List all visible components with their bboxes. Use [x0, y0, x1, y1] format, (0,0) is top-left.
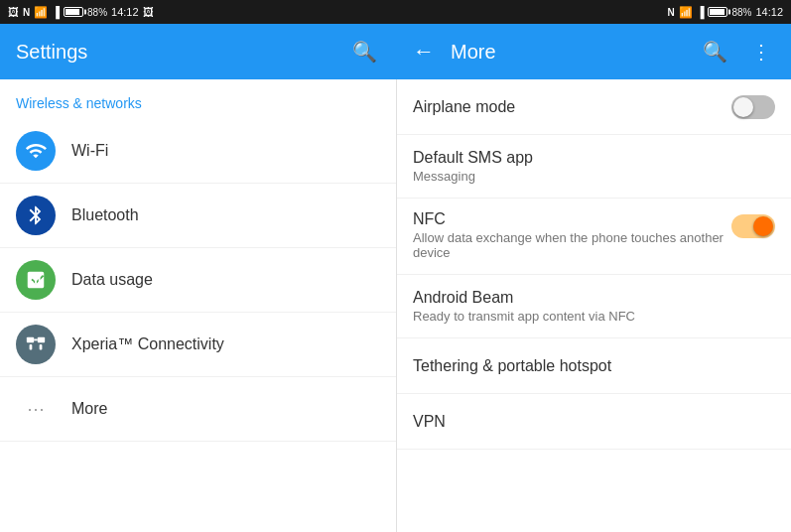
wifi-icon-right: 📶: [679, 6, 693, 19]
svg-rect-2: [34, 339, 38, 341]
signal-icon-left: ▐: [52, 6, 60, 18]
nfc-subtitle: Allow data exchange when the phone touch…: [413, 230, 731, 260]
search-icon-right[interactable]: 🔍: [699, 36, 731, 67]
data-usage-label: Data usage: [71, 271, 153, 289]
svg-rect-4: [40, 344, 43, 350]
back-button[interactable]: ←: [413, 39, 435, 65]
nfc-icon-left: N: [23, 7, 30, 18]
settings-item-xperia[interactable]: Xperia™ Connectivity: [0, 313, 396, 377]
bluetooth-label: Bluetooth: [71, 206, 139, 224]
sms-text: Default SMS app Messaging: [413, 149, 775, 184]
search-icon-left[interactable]: 🔍: [348, 36, 381, 67]
wifi-svg: [25, 140, 47, 162]
settings-item-bluetooth[interactable]: Bluetooth: [0, 184, 396, 248]
app-bar-settings: Settings 🔍: [0, 24, 397, 79]
sms-title: Default SMS app: [413, 149, 775, 167]
airplane-toggle-thumb: [733, 97, 753, 117]
svg-rect-3: [30, 344, 33, 350]
vpn-title: VPN: [413, 413, 775, 431]
svg-rect-0: [27, 337, 34, 343]
settings-item-data-usage[interactable]: Data usage: [0, 248, 396, 313]
left-panel: Wireless & networks Wi-Fi Bluetooth: [0, 79, 397, 532]
airplane-title: Airplane mode: [413, 98, 731, 116]
settings-item-more[interactable]: ⋯ More: [0, 377, 396, 442]
xperia-icon-circle: [16, 325, 56, 364]
nfc-toggle[interactable]: [731, 214, 775, 238]
battery-left: [64, 7, 83, 17]
data-icon-circle: [16, 260, 56, 300]
xperia-label: Xperia™ Connectivity: [71, 335, 224, 353]
overflow-menu-icon[interactable]: ⋮: [747, 36, 775, 67]
sms-subtitle: Messaging: [413, 169, 775, 184]
airplane-toggle-track: [731, 95, 775, 119]
status-bar-left: 🖼 N 📶 ▐ 88% 14:12 🖼: [8, 6, 396, 19]
nfc-toggle-track: [731, 214, 775, 238]
right-item-airplane[interactable]: Airplane mode: [397, 79, 791, 135]
more-icon-circle: ⋯: [16, 389, 56, 429]
nfc-text: NFC Allow data exchange when the phone t…: [413, 210, 731, 260]
nfc-icon-right: N: [667, 7, 674, 18]
right-item-vpn[interactable]: VPN: [397, 394, 791, 450]
main-content: Wireless & networks Wi-Fi Bluetooth: [0, 79, 791, 532]
data-svg: [25, 269, 47, 291]
signal-icon-right: ▐: [697, 6, 705, 18]
screen-icon: 🖼: [8, 6, 19, 18]
app-bars: Settings 🔍 ← More 🔍 ⋮: [0, 24, 791, 79]
airplane-toggle[interactable]: [731, 95, 775, 119]
section-header-wireless: Wireless & networks: [0, 79, 396, 119]
battery-percent-left: 88%: [87, 7, 107, 18]
more-label: More: [71, 400, 107, 418]
airplane-text: Airplane mode: [413, 98, 731, 116]
settings-item-wifi[interactable]: Wi-Fi: [0, 119, 396, 184]
battery-percent-right: 88%: [731, 7, 751, 18]
tethering-title: Tethering & portable hotspot: [413, 357, 775, 375]
vpn-text: VPN: [413, 413, 775, 431]
android-beam-subtitle: Ready to transmit app content via NFC: [413, 309, 775, 324]
bluetooth-svg: [25, 204, 47, 226]
wifi-icon-circle: [16, 131, 56, 171]
xperia-svg: [25, 333, 47, 355]
app-bar-more: ← More 🔍 ⋮: [397, 24, 791, 79]
right-item-nfc[interactable]: NFC Allow data exchange when the phone t…: [397, 199, 791, 275]
more-dots-icon: ⋯: [27, 398, 46, 420]
battery-right: [708, 7, 727, 17]
android-beam-text: Android Beam Ready to transmit app conte…: [413, 289, 775, 324]
wifi-label: Wi-Fi: [71, 142, 108, 160]
time-right: 14:12: [755, 6, 783, 18]
settings-title: Settings: [16, 41, 332, 64]
right-item-android-beam[interactable]: Android Beam Ready to transmit app conte…: [397, 275, 791, 338]
time-left: 14:12: [111, 6, 139, 18]
more-title: More: [451, 41, 683, 64]
right-item-sms[interactable]: Default SMS app Messaging: [397, 135, 791, 199]
status-bar: 🖼 N 📶 ▐ 88% 14:12 🖼 N 📶 ▐ 88% 14:12: [0, 0, 791, 24]
android-beam-title: Android Beam: [413, 289, 775, 307]
status-bar-right: N 📶 ▐ 88% 14:12: [396, 6, 784, 19]
right-item-tethering[interactable]: Tethering & portable hotspot: [397, 338, 791, 394]
tethering-text: Tethering & portable hotspot: [413, 357, 775, 375]
right-panel: Airplane mode Default SMS app Messaging …: [397, 79, 791, 532]
screen-icon-right: 🖼: [143, 6, 154, 18]
nfc-title: NFC: [413, 210, 731, 228]
wifi-icon-left: 📶: [34, 6, 48, 19]
nfc-toggle-thumb: [753, 216, 773, 236]
svg-rect-1: [38, 337, 45, 343]
bluetooth-icon-circle: [16, 196, 56, 235]
